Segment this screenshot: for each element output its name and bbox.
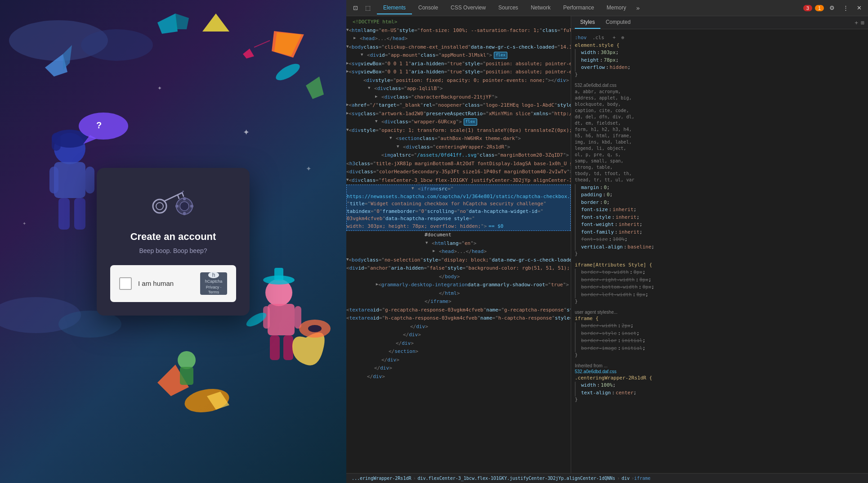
html-inner-head-line[interactable]: ▶ <head>...</head>	[346, 248, 571, 256]
html-document-line[interactable]: #document	[346, 231, 571, 239]
html-flexcenter-line[interactable]: ▼ <div class="flexCenter-3_1bcw flex-1O1…	[346, 176, 571, 185]
breadcrumb-flexcenter[interactable]: div.flexCenter-3_1bcw.flex-1O1GKY.justif…	[416, 476, 617, 481]
more-tabs-button[interactable]: »	[632, 3, 643, 14]
svg-point-1	[81, 29, 153, 61]
breadcrumb-centering[interactable]: ...eringWrapper-2Rs1dR	[350, 476, 413, 481]
svg-rect-56	[190, 205, 193, 208]
html-wrapper-line[interactable]: ▼ <div class="wrapper-6URcxg"> flex	[346, 118, 571, 126]
tab-performance[interactable]: Performance	[557, 2, 600, 14]
plus-icon[interactable]: +	[855, 19, 858, 26]
svg-marker-35	[157, 365, 189, 396]
modal-title: Create an account	[110, 231, 236, 243]
svg-marker-4	[265, 22, 310, 63]
svg-point-2	[0, 297, 81, 333]
tab-sources[interactable]: Sources	[492, 2, 524, 14]
hcaptcha-icon: h	[208, 272, 219, 278]
tab-css-overview[interactable]: CSS Overview	[444, 2, 492, 14]
html-charbg-line[interactable]: ▶ <div class="characterBackground-21tjYF…	[346, 93, 571, 102]
hcaptcha-logo: h hCaptcha Privacy · Terms	[200, 272, 227, 295]
html-app-mount-line[interactable]: ▼ <div id="app-mount" class="appMount-3l…	[346, 51, 571, 60]
html-div-close2[interactable]: </div>	[346, 339, 571, 348]
styles-tab-styles[interactable]: Styles	[575, 16, 600, 29]
styles-tab-computed[interactable]: Computed	[600, 16, 636, 29]
ua-style-block: user agent styleshe... iframe { border-w…	[575, 310, 864, 358]
tab-console[interactable]: Console	[412, 2, 444, 14]
device-toolbar-button[interactable]: ⬚	[362, 3, 373, 14]
html-img-line[interactable]: <img alt src="/assets/0fd41ff..svg" clas…	[346, 151, 571, 160]
inspect-element-button[interactable]: ⊡	[350, 3, 361, 14]
svg-text:?: ?	[96, 120, 102, 130]
svg-point-36	[183, 386, 231, 416]
devtools-panel: ⊡ ⬚ Elements Console CSS Overview Source…	[346, 0, 868, 483]
html-body-line[interactable]: ▼ <body class="clickup-chrome-ext_instal…	[346, 43, 571, 52]
svg-point-15	[54, 133, 85, 164]
html-head-line[interactable]: ▶ <head>...</head>	[346, 35, 571, 43]
html-opacity-line[interactable]: ▼ <div style="opacity: 1; transform: sca…	[346, 126, 571, 135]
tab-elements[interactable]: Elements	[377, 2, 412, 14]
element-style-rules: width: 303px; height: 78px; overflow: hi…	[575, 49, 864, 72]
elements-content[interactable]: <!DOCTYPE html> ▼ <html lang="en-US" sty…	[346, 16, 571, 473]
html-inner-body-line[interactable]: ▼ <body class="no-selection" style="disp…	[346, 256, 571, 265]
html-h3-line[interactable]: <h3 class="title-jXR81p marginBottom8-At…	[346, 160, 571, 168]
devtools-main: <!DOCTYPE html> ▼ <html lang="en-US" sty…	[346, 16, 868, 473]
filter-icon[interactable]: ⊞	[861, 19, 864, 26]
settings-button[interactable]: ⚙	[827, 3, 837, 14]
elements-panel: <!DOCTYPE html> ▼ <html lang="en-US" sty…	[346, 16, 571, 473]
style-rule-overflow: overflow: hidden;	[581, 64, 864, 72]
svg-marker-8	[157, 14, 178, 34]
tab-network[interactable]: Network	[524, 2, 557, 14]
pseudo-filter[interactable]: :hov .cls + ⊕	[575, 33, 864, 42]
html-inner-body-close-line[interactable]: </body>	[346, 273, 571, 281]
svg-point-45	[308, 325, 322, 332]
html-svg2-line[interactable]: ▶ <svg viewBox="0 0 1 1" aria-hidden="tr…	[346, 68, 571, 77]
styles-content[interactable]: :hov .cls + ⊕ element.style { width: 303…	[571, 29, 868, 473]
html-div-close4[interactable]: </div>	[346, 364, 571, 373]
breadcrumb-iframe[interactable]: iframe	[634, 476, 650, 481]
html-textarea2-line[interactable]: <textarea id="h-captcha-response-03vgkm4…	[346, 314, 571, 323]
svg-rect-19	[58, 198, 70, 230]
more-options-button[interactable]: ⋮	[840, 3, 851, 14]
svg-point-23	[79, 113, 128, 140]
captcha-label: I am human	[138, 280, 174, 287]
svg-rect-39	[180, 367, 193, 385]
html-div-close3[interactable]: </div>	[346, 356, 571, 365]
breadcrumb-div[interactable]: div	[620, 476, 631, 481]
svg-point-38	[178, 351, 196, 369]
svg-rect-54	[183, 212, 186, 215]
svg-point-46	[153, 199, 166, 213]
html-inner-html-line[interactable]: ▼ <html lang="en">	[346, 239, 571, 248]
html-textarea1-line[interactable]: <textarea id="g-recaptcha-response-03vgk…	[346, 306, 571, 315]
html-desc-line[interactable]: <div class="colorHeaderSecondary-35p3Ft …	[346, 168, 571, 176]
hcaptcha-text: hCaptcha	[205, 279, 223, 284]
html-section-line[interactable]: ▼ <section class="authBox-hW6HRx theme-d…	[346, 135, 571, 143]
html-div-close5[interactable]: </div>	[346, 373, 571, 381]
html-section-close[interactable]: </section>	[346, 348, 571, 356]
html-doctype-line[interactable]: <!DOCTYPE html>	[346, 18, 571, 27]
html-artwork-line[interactable]: ▶ <svg class="artwork-1ad2W0" preserveAs…	[346, 110, 571, 118]
html-grammarly-line[interactable]: ▶ <grammarly-desktop-integration data-gr…	[346, 281, 571, 289]
html-app-line[interactable]: ▼ <div class="app-1qlilB">	[346, 85, 571, 93]
hcaptcha-subtext: Privacy · Terms	[200, 285, 227, 295]
html-root-line[interactable]: ▼ <html lang="en-US" style="font-size: 1…	[346, 27, 571, 35]
css-origin-532: 532.a0e6dbd.daf.css	[575, 83, 864, 88]
svg-text:✦: ✦	[306, 165, 312, 172]
html-iframe-close-line[interactable]: </iframe>	[346, 298, 571, 306]
close-devtools-button[interactable]: ✕	[854, 3, 864, 14]
captcha-checkbox[interactable]	[119, 277, 132, 290]
captcha-widget[interactable]: I am human h hCaptcha Privacy · Terms	[110, 265, 236, 302]
css-reset-block: 532.a0e6dbd.daf.css a, abbr, acronym,add…	[575, 83, 864, 257]
tab-memory[interactable]: Memory	[600, 2, 632, 14]
html-svg1-line[interactable]: ▶ <svg viewBox="0 0 1 1" aria-hidden="tr…	[346, 60, 571, 68]
html-flexcenter-close-line[interactable]: </div>	[346, 323, 571, 331]
html-a-line[interactable]: ▶ <a href="/" target="_blank" rel="noope…	[346, 101, 571, 110]
svg-line-49	[178, 195, 179, 199]
html-fixed-div-line[interactable]: <div style="position: fixed; opacity: 0;…	[346, 77, 571, 85]
html-iframe-line[interactable]: ▼ <iframe src="https://newassets.hcaptch…	[346, 185, 571, 231]
svg-point-13	[273, 61, 302, 84]
html-centering-close-line[interactable]: </div>	[346, 331, 571, 339]
svg-text:⤢: ⤢	[180, 189, 184, 195]
html-inner-html-close-line[interactable]: </html>	[346, 289, 571, 298]
html-centering-line[interactable]: ▼ <div class="centeringWrapper-2Rs1dR">	[346, 143, 571, 152]
html-anchor-div-line[interactable]: <div id="anchor" aria-hidden="false" sty…	[346, 264, 571, 273]
svg-point-44	[299, 320, 331, 338]
